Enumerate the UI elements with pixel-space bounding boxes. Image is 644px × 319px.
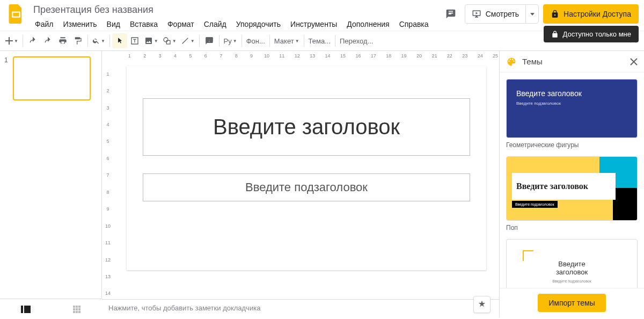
menu-help[interactable]: Справка bbox=[396, 18, 433, 31]
speaker-notes[interactable]: Нажмите, чтобы добавить заметки докладчи… bbox=[102, 299, 499, 317]
slide-canvas[interactable]: Введите заголовок Введите подзаголовок bbox=[127, 66, 486, 270]
ruler-horizontal: 1234567891011121314151617181920212223242… bbox=[102, 51, 499, 61]
svg-rect-9 bbox=[73, 308, 75, 310]
comment-button[interactable] bbox=[202, 33, 217, 48]
slide-number: 1 bbox=[4, 56, 10, 100]
line-tool[interactable]: ▼ bbox=[179, 33, 197, 48]
zoom-button[interactable]: ▼ bbox=[90, 33, 107, 48]
theme-preview-sub: Введите подзаголовок bbox=[516, 101, 627, 106]
present-icon bbox=[472, 9, 481, 19]
svg-rect-13 bbox=[76, 311, 78, 313]
menu-addons[interactable]: Дополнения bbox=[343, 18, 393, 31]
title-text: Введите заголовок bbox=[149, 115, 464, 139]
svg-rect-1 bbox=[13, 13, 19, 17]
explore-button[interactable] bbox=[473, 296, 491, 313]
svg-rect-10 bbox=[76, 308, 78, 310]
svg-rect-8 bbox=[78, 306, 80, 308]
svg-rect-4 bbox=[21, 306, 23, 313]
redo-button[interactable] bbox=[40, 33, 55, 48]
lock-icon bbox=[551, 31, 559, 38]
ruler-vertical: 1234567891011121314 bbox=[102, 61, 114, 299]
spellcheck-button[interactable]: Ру▼ bbox=[222, 33, 239, 48]
present-dropdown[interactable] bbox=[525, 5, 538, 23]
close-themes-button[interactable] bbox=[630, 58, 638, 66]
background-button[interactable]: Фон... bbox=[244, 33, 267, 48]
svg-rect-6 bbox=[73, 306, 75, 308]
svg-rect-12 bbox=[73, 311, 75, 313]
subtitle-placeholder[interactable]: Введите подзаголовок bbox=[143, 173, 470, 201]
print-button[interactable] bbox=[55, 33, 70, 48]
slides-logo[interactable] bbox=[5, 3, 27, 25]
theme-preview-sub: Введите подзаголовок bbox=[512, 201, 558, 208]
image-tool[interactable]: ▼ bbox=[142, 33, 160, 48]
theme-preview-title: Введите заголовок bbox=[516, 182, 588, 191]
import-theme-button[interactable]: Импорт темы bbox=[538, 294, 606, 312]
menu-format[interactable]: Формат bbox=[164, 18, 198, 31]
transition-button[interactable]: Переход... bbox=[338, 33, 375, 48]
filmstrip: 1 bbox=[0, 51, 102, 317]
theme-name: Геометрические фигуры bbox=[506, 141, 638, 149]
layout-button[interactable]: Макет▼ bbox=[272, 33, 302, 48]
view-switcher bbox=[0, 299, 102, 319]
shape-tool[interactable]: ▼ bbox=[160, 33, 179, 48]
textbox-tool[interactable] bbox=[127, 33, 142, 48]
notes-placeholder: Нажмите, чтобы добавить заметки докладчи… bbox=[108, 304, 260, 312]
theme-card-pop[interactable]: Введите заголовок Введите подзаголовок bbox=[506, 156, 638, 221]
menu-slide[interactable]: Слайд bbox=[200, 18, 230, 31]
lock-icon bbox=[551, 10, 559, 18]
doc-title-input[interactable]: Презентация без названия bbox=[31, 3, 441, 17]
theme-preview-title: Введите заголовок bbox=[516, 89, 627, 98]
svg-rect-7 bbox=[76, 306, 78, 308]
menu-bar: Файл Изменить Вид Вставка Формат Слайд У… bbox=[31, 18, 441, 31]
share-label: Настройки Доступа bbox=[564, 10, 631, 18]
paint-format-button[interactable] bbox=[70, 33, 85, 48]
svg-rect-11 bbox=[78, 308, 80, 310]
filmstrip-view-button[interactable] bbox=[15, 301, 36, 317]
menu-tools[interactable]: Инструменты bbox=[287, 18, 341, 31]
present-label: Смотреть bbox=[486, 10, 519, 18]
theme-card-simple[interactable]: Введите заголовок Введите подзаголовок bbox=[506, 239, 638, 288]
menu-view[interactable]: Вид bbox=[103, 18, 124, 31]
comments-icon[interactable] bbox=[441, 4, 460, 24]
subtitle-text: Введите подзаголовок bbox=[149, 180, 464, 194]
menu-insert[interactable]: Вставка bbox=[126, 18, 162, 31]
menu-file[interactable]: Файл bbox=[31, 18, 57, 31]
title-placeholder[interactable]: Введите заголовок bbox=[143, 98, 470, 156]
theme-card-geometric[interactable]: Введите заголовок Введите подзаголовок bbox=[506, 79, 638, 138]
svg-rect-3 bbox=[166, 40, 170, 44]
svg-point-2 bbox=[164, 38, 168, 42]
theme-name: Поп bbox=[506, 224, 638, 231]
theme-preview-title: Введите заголовок bbox=[556, 260, 588, 276]
svg-rect-14 bbox=[78, 311, 80, 313]
svg-rect-5 bbox=[24, 306, 31, 313]
grid-view-button[interactable] bbox=[66, 301, 87, 317]
theme-preview-sub: Введите подзаголовок bbox=[552, 279, 591, 283]
undo-button[interactable] bbox=[25, 33, 40, 48]
slide-thumbnail-1[interactable] bbox=[13, 56, 91, 100]
menu-arrange[interactable]: Упорядочить bbox=[232, 18, 284, 31]
present-button[interactable]: Смотреть bbox=[465, 5, 525, 23]
share-button[interactable]: Настройки Доступа bbox=[543, 4, 639, 24]
themes-panel: Темы Введите заголовок Введите подзаголо… bbox=[499, 51, 644, 317]
themes-title: Темы bbox=[522, 57, 625, 66]
new-slide-button[interactable]: ▼ bbox=[3, 33, 20, 48]
menu-edit[interactable]: Изменить bbox=[59, 18, 100, 31]
share-tooltip: Доступно только мне bbox=[544, 26, 639, 42]
chevron-down-icon bbox=[530, 13, 535, 16]
select-tool[interactable] bbox=[112, 33, 127, 48]
theme-button[interactable]: Тема... bbox=[306, 33, 333, 48]
palette-icon bbox=[506, 56, 517, 67]
